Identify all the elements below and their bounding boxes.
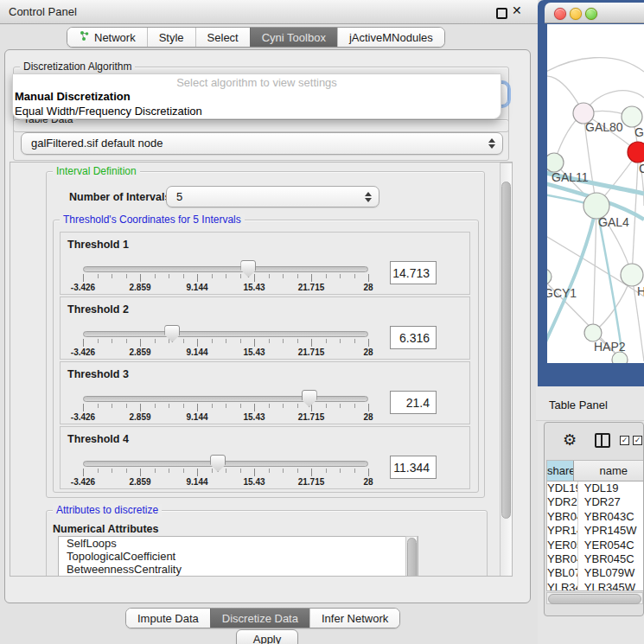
threshold-value-field[interactable]: 14.713 <box>390 261 437 284</box>
checkbox-icon[interactable]: ✓ <box>620 436 629 445</box>
settings-scrollbar-thumb[interactable] <box>501 182 511 519</box>
tab-label: Discretize Data <box>222 612 298 625</box>
network-node-label: GAL80 <box>585 120 623 134</box>
network-window-titlebar[interactable] <box>545 3 644 23</box>
network-edge[interactable] <box>547 58 644 76</box>
table-row[interactable]: YBL079WYBL079W <box>547 566 643 580</box>
threshold-value-field[interactable]: 11.344 <box>390 456 437 479</box>
table-cell: YBL079W <box>547 566 578 580</box>
slider-track[interactable] <box>83 331 368 337</box>
tab-label: Impute Data <box>137 612 199 625</box>
network-icon <box>79 30 90 44</box>
table-cell: YER054C <box>547 539 578 552</box>
number-of-intervals-value: 5 <box>176 190 182 203</box>
network-node[interactable] <box>612 352 628 363</box>
threshold-slider[interactable]: -3.4262.8599.14415.4321.71528 <box>83 265 368 294</box>
tab-infer-network[interactable]: Infer Network <box>309 609 399 628</box>
table-panel-titlebar: Table Panel <box>536 386 644 421</box>
table-panel-toolbar: ⚙ ✓ ✓ <box>545 423 643 459</box>
tab-jactivemnodules[interactable]: jActiveMNodules <box>337 28 444 47</box>
attribute-list-item[interactable]: BetweennessCentrality <box>59 563 418 576</box>
network-node-ga[interactable] <box>622 106 642 127</box>
network-node-label: GA <box>634 125 644 139</box>
dropdown-options: Manual DiscretizationEqual Width/Frequen… <box>13 89 501 118</box>
gear-icon[interactable]: ⚙ <box>563 430 577 450</box>
table-row[interactable]: YPR145WYPR145W <box>547 524 643 538</box>
table-column-header[interactable]: name <box>574 461 643 481</box>
tab-impute-data[interactable]: Impute Data <box>126 609 210 628</box>
dropdown-option[interactable]: Equal Width/Frequency Discretization <box>13 104 501 118</box>
network-node-hap2[interactable] <box>584 324 602 341</box>
threshold-label: Threshold 2 <box>67 303 129 316</box>
checkbox-icon[interactable]: ✓ <box>633 436 642 445</box>
slider-tick-labels: -3.4262.8599.14415.4321.71528 <box>83 477 368 487</box>
slider-track[interactable] <box>83 396 368 402</box>
threshold-label: Threshold 3 <box>67 368 129 380</box>
tab-network[interactable]: Network <box>67 28 147 47</box>
table-panel: ⚙ ✓ ✓ shared...name YDL19...YDL19YDR27..… <box>544 422 644 616</box>
table-horizontal-scrollbar[interactable] <box>546 592 643 604</box>
network-node-c[interactable] <box>628 142 644 163</box>
threshold-slider[interactable]: -3.4262.8599.14415.4321.71528 <box>83 394 368 424</box>
number-of-intervals-combobox[interactable]: 5 <box>166 186 379 207</box>
zoom-light-icon[interactable] <box>585 8 597 20</box>
bottom-tab-bar: Impute DataDiscretize DataInfer Network <box>125 608 400 628</box>
table-row[interactable]: YBR043CYBR043C <box>547 510 643 524</box>
table-cell: YDR27... <box>547 495 578 509</box>
threshold-panel: Threshold 1 -3.4262.8599.14415.4321.7152… <box>60 232 470 295</box>
interval-definition-group-label: Interval Definition <box>53 165 140 178</box>
numerical-attributes-list[interactable]: SelfLoopsTopologicalCoefficientBetweenne… <box>58 536 418 577</box>
table-cell: YPR145W <box>578 524 643 538</box>
settings-scrollbar[interactable] <box>500 163 513 577</box>
network-node-label: H <box>637 284 644 298</box>
threshold-slider[interactable]: -3.4262.8599.14415.4321.71528 <box>83 329 368 359</box>
numerical-attributes-label: Numerical Attributes <box>53 523 158 535</box>
attributes-list-scrollbar[interactable] <box>405 536 418 577</box>
minimize-light-icon[interactable] <box>570 8 582 20</box>
network-edge[interactable] <box>632 163 638 275</box>
table-row[interactable]: YLR345WYLR345W <box>547 581 643 591</box>
table-cell: YLR345W <box>547 581 578 591</box>
slider-tick-labels: -3.4262.8599.14415.4321.71528 <box>83 283 368 292</box>
table-data-combobox[interactable]: galFiltered.sif default node <box>21 132 503 155</box>
threshold-value-field[interactable]: 6.316 <box>390 326 437 349</box>
tab-label: Infer Network <box>322 612 388 625</box>
close-light-icon[interactable] <box>554 8 566 20</box>
tab-cyni-toolbox[interactable]: Cyni Toolbox <box>250 28 337 47</box>
attributes-list-scrollbar-thumb[interactable] <box>407 538 417 577</box>
network-node-gal11[interactable] <box>547 153 564 172</box>
tab-label: Style <box>159 31 184 44</box>
close-icon[interactable]: ✕ <box>512 3 522 17</box>
network-canvas[interactable]: GAL80GACGAL11GAL4GCY1HHAP2 <box>547 24 644 363</box>
discretization-algorithm-group-label: Discretization Algorithm <box>20 61 135 73</box>
table-row[interactable]: YDL19...YDL19 <box>547 481 643 495</box>
control-panel-window: Control Panel ✕ NetworkStyleSelectCyni T… <box>0 0 538 644</box>
attributes-group-label: Attributes to discretize <box>53 504 162 517</box>
attribute-list-item[interactable]: SelfLoops <box>59 537 418 550</box>
table-row[interactable]: YBR045CYBR045C <box>547 552 643 566</box>
thresholds-group-label: Threshold's Coordinates for 5 Intervals <box>60 214 245 226</box>
network-node-gcy1[interactable] <box>547 269 552 284</box>
float-icon[interactable] <box>496 8 507 19</box>
threshold-slider[interactable]: -3.4262.8599.14415.4321.71528 <box>83 459 368 488</box>
table-panel-title: Table Panel <box>549 399 608 411</box>
tab-select[interactable]: Select <box>195 28 250 47</box>
tab-discretize-data[interactable]: Discretize Data <box>210 609 309 628</box>
table-column-header[interactable]: shared... <box>547 461 574 481</box>
threshold-panel: Threshold 4 -3.4262.8599.14415.4321.7152… <box>60 426 470 489</box>
network-node-label: GAL4 <box>598 215 629 229</box>
table-scrollbar-thumb[interactable] <box>548 594 641 604</box>
slider-track[interactable] <box>83 266 368 272</box>
table-row[interactable]: YER054CYER054C <box>547 539 643 552</box>
attribute-list-item[interactable]: TopologicalCoefficient <box>59 550 418 563</box>
threshold-value-field[interactable]: 21.4 <box>390 391 437 414</box>
table-rows: YDL19...YDL19YDR27...YDR27YBR043CYBR043C… <box>547 481 643 591</box>
network-node-h[interactable] <box>621 264 643 286</box>
threshold-panel: Threshold 3 -3.4262.8599.14415.4321.7152… <box>60 361 470 424</box>
dropdown-option[interactable]: Manual Discretization <box>13 89 501 104</box>
columns-icon[interactable] <box>595 433 610 448</box>
apply-button[interactable]: Apply <box>236 629 298 644</box>
window-title: Control Panel <box>9 5 77 18</box>
table-row[interactable]: YDR27...YDR27 <box>547 495 643 509</box>
tab-style[interactable]: Style <box>147 28 195 47</box>
